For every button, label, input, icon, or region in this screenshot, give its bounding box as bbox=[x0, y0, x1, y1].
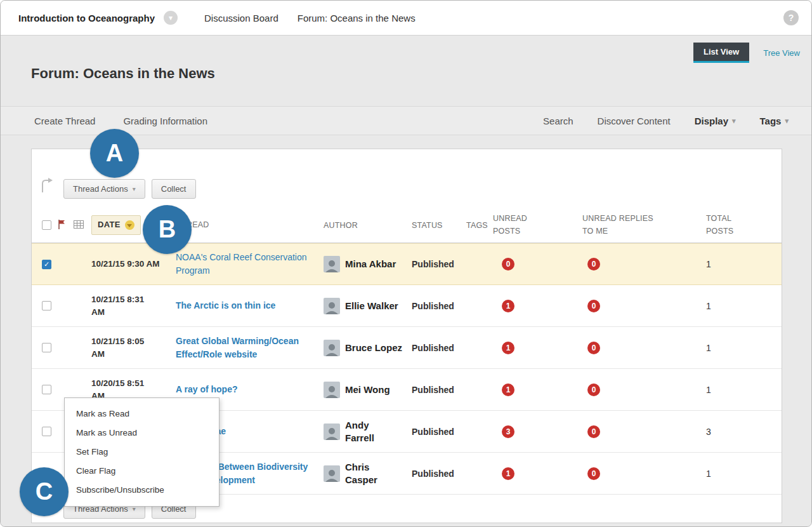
thread-status: Published bbox=[412, 469, 466, 479]
row-checkbox[interactable] bbox=[42, 301, 51, 310]
thread-status: Published bbox=[412, 343, 466, 353]
total-posts-count: 3 bbox=[705, 427, 782, 437]
flag-icon bbox=[57, 219, 66, 230]
course-menu-chevron-button[interactable]: ▾ bbox=[164, 11, 178, 25]
tags-label: Tags bbox=[760, 116, 782, 126]
display-label: Display bbox=[695, 116, 728, 126]
author-avatar bbox=[324, 256, 340, 272]
author-name: Bruce Lopez bbox=[345, 342, 402, 354]
thread-actions-button[interactable]: Thread Actions ▾ bbox=[63, 179, 145, 199]
unread-replies-badge: 0 bbox=[587, 342, 600, 354]
author-avatar bbox=[324, 298, 340, 314]
sort-descending-icon bbox=[125, 220, 134, 230]
tree-view-button[interactable]: Tree View bbox=[763, 48, 800, 58]
breadcrumb: Discussion Board Forum: Oceans in the Ne… bbox=[204, 13, 416, 23]
unread-posts-badge: 1 bbox=[502, 467, 514, 480]
total-posts-count: 1 bbox=[705, 385, 782, 395]
menu-item-subscribe-unsubscribe[interactable]: Subscribe/Unsubscribe bbox=[65, 481, 219, 500]
nav-forum-oceans[interactable]: Forum: Oceans in the News bbox=[298, 13, 416, 23]
status-header-label: STATUS bbox=[412, 221, 443, 230]
menu-item-mark-as-read[interactable]: Mark as Read bbox=[65, 404, 219, 424]
date-header-label: DATE bbox=[98, 219, 121, 231]
list-view-button[interactable]: List View bbox=[693, 43, 749, 63]
author-name: Ellie Walker bbox=[345, 300, 398, 312]
discover-content-button[interactable]: Discover Content bbox=[598, 116, 671, 126]
flag-column-header bbox=[57, 219, 74, 232]
action-bar-left: Create Thread Grading Information bbox=[34, 116, 207, 126]
action-bar-right: Search Discover Content Display ▾ Tags ▾ bbox=[543, 116, 789, 126]
thread-date: 10/21/15 9:30 AM bbox=[91, 258, 176, 270]
menu-item-set-flag[interactable]: Set Flag bbox=[65, 443, 219, 462]
create-thread-button[interactable]: Create Thread bbox=[34, 116, 95, 126]
tags-menu-button[interactable]: Tags ▾ bbox=[760, 116, 789, 126]
display-menu-button[interactable]: Display ▾ bbox=[695, 116, 736, 126]
author-avatar bbox=[324, 382, 340, 398]
select-all-checkbox[interactable] bbox=[42, 220, 51, 230]
chevron-down-icon: ▾ bbox=[785, 117, 789, 125]
unread-replies-badge: 0 bbox=[587, 467, 600, 480]
top-navigation-bar: Introduction to Oceanography ▾ Discussio… bbox=[1, 1, 811, 36]
table-row: 10/21/15 8:31AM The Arctic is on thin ic… bbox=[32, 285, 782, 327]
author-avatar bbox=[324, 424, 340, 440]
collect-label: Collect bbox=[161, 184, 187, 194]
row-checkbox[interactable]: ✓ bbox=[42, 260, 51, 269]
top-toolbar: Thread Actions ▾ Collect bbox=[63, 179, 196, 199]
unread-posts-header-label: UNREAD POSTS bbox=[493, 213, 537, 237]
thread-date: 10/21/15 8:31AM bbox=[91, 293, 176, 318]
unread-replies-badge: 0 bbox=[587, 300, 600, 312]
unread-posts-badge: 1 bbox=[502, 342, 514, 354]
table-icon bbox=[74, 220, 84, 229]
thread-title-link[interactable]: The Arctic is on thin ice bbox=[176, 299, 317, 312]
course-title: Introduction to Oceanography bbox=[18, 13, 155, 23]
row-checkbox[interactable] bbox=[42, 427, 51, 436]
callout-a-badge: A bbox=[90, 129, 139, 178]
total-posts-count: 1 bbox=[705, 301, 782, 311]
thread-title-link[interactable]: NOAA's Coral Reef ConservationProgram bbox=[176, 251, 317, 277]
browser-window: Introduction to Oceanography ▾ Discussio… bbox=[0, 0, 812, 527]
chevron-down-icon: ▾ bbox=[133, 185, 136, 192]
menu-item-clear-flag[interactable]: Clear Flag bbox=[65, 462, 219, 481]
unread-replies-badge: 0 bbox=[587, 258, 600, 270]
chevron-down-icon: ▾ bbox=[732, 117, 736, 125]
total-posts-count: 1 bbox=[705, 343, 782, 353]
author-header-label: AUTHOR bbox=[324, 221, 358, 230]
collect-button[interactable]: Collect bbox=[152, 179, 196, 199]
callout-b-badge: B bbox=[143, 205, 192, 254]
author-name: Mei Wong bbox=[345, 384, 390, 396]
author-avatar bbox=[324, 340, 340, 356]
view-toggle: List View Tree View bbox=[693, 43, 800, 63]
unread-posts-badge: 0 bbox=[502, 258, 514, 270]
help-button[interactable]: ? bbox=[783, 10, 799, 25]
total-posts-count: 1 bbox=[705, 469, 782, 479]
nav-discussion-board[interactable]: Discussion Board bbox=[204, 13, 278, 23]
thread-status: Published bbox=[412, 385, 466, 395]
author-avatar bbox=[324, 465, 340, 482]
help-icon: ? bbox=[789, 13, 794, 23]
unread-posts-badge: 1 bbox=[502, 300, 514, 312]
callout-c-badge: C bbox=[20, 467, 69, 516]
grid-column-header bbox=[74, 220, 91, 230]
unread-replies-badge: 0 bbox=[587, 384, 600, 396]
chevron-down-icon: ▾ bbox=[169, 13, 173, 22]
author-name: AndyFarrell bbox=[345, 419, 374, 444]
unread-replies-header-label: UNREAD REPLIES TO ME bbox=[582, 213, 666, 237]
elbow-arrow-icon bbox=[39, 177, 53, 196]
thread-status: Published bbox=[412, 427, 466, 437]
date-column-sort-header[interactable]: DATE bbox=[91, 215, 141, 235]
row-checkbox[interactable] bbox=[42, 385, 51, 394]
total-posts-count: 1 bbox=[705, 259, 782, 269]
author-name: Mina Akbar bbox=[345, 258, 396, 270]
author-name: ChrisCasper bbox=[345, 461, 377, 486]
tags-header-label: TAGS bbox=[466, 221, 488, 230]
row-checkbox[interactable] bbox=[42, 343, 51, 352]
unread-posts-badge: 3 bbox=[502, 425, 514, 438]
menu-item-mark-as-unread[interactable]: Mark as Unread bbox=[65, 424, 219, 443]
thread-title-link[interactable]: Great Global Warming/OceanEffect/Role we… bbox=[176, 335, 317, 361]
thread-title-link[interactable]: A ray of hope? bbox=[176, 383, 317, 396]
unread-replies-badge: 0 bbox=[587, 425, 600, 438]
grading-information-button[interactable]: Grading Information bbox=[123, 116, 207, 126]
table-row: ✓ 10/21/15 9:30 AM NOAA's Coral Reef Con… bbox=[32, 243, 782, 285]
thread-actions-context-menu: Mark as Read Mark as Unread Set Flag Cle… bbox=[64, 397, 219, 507]
search-button[interactable]: Search bbox=[543, 116, 573, 126]
thread-date: 10/21/15 8:05AM bbox=[91, 335, 176, 360]
